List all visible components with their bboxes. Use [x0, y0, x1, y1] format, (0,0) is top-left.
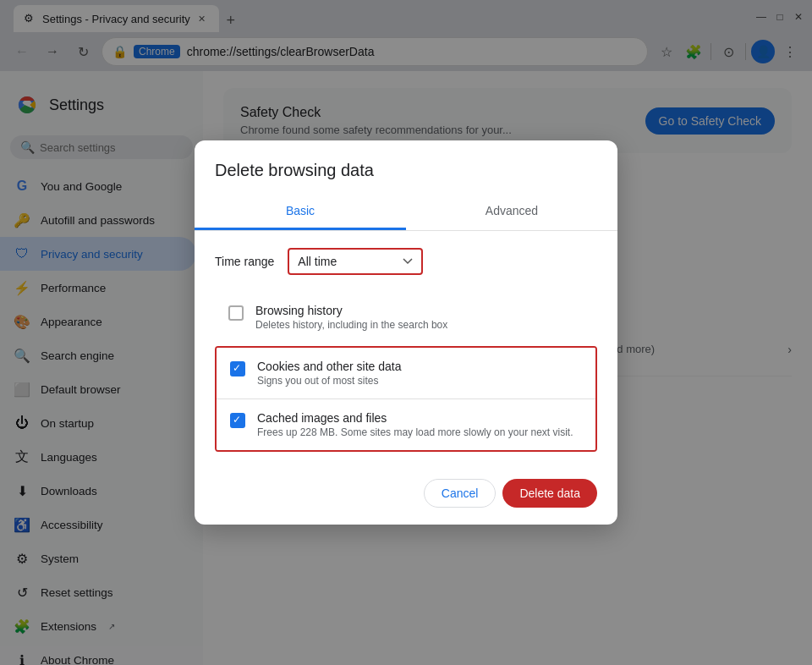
- cached-images-desc: Frees up 228 MB. Some sites may load mor…: [257, 426, 573, 438]
- cookies-desc: Signs you out of most sites: [257, 375, 401, 387]
- cookies-label: Cookies and other site data: [257, 360, 401, 373]
- dialog-tabs: Basic Advanced: [195, 194, 617, 231]
- cached-images-label: Cached images and files: [257, 411, 573, 425]
- time-range-row: Time range Last hour Last 24 hours Last …: [215, 248, 597, 275]
- cached-images-text: Cached images and files Frees up 228 MB.…: [257, 411, 573, 438]
- browser-frame: ⚙ Settings - Privacy and security ✕ + — …: [0, 0, 812, 665]
- tab-advanced[interactable]: Advanced: [406, 194, 617, 230]
- time-range-select[interactable]: Last hour Last 24 hours Last 7 days Last…: [288, 248, 423, 275]
- browsing-history-item: Browsing history Deletes history, includ…: [215, 292, 597, 343]
- cached-images-checkbox[interactable]: [230, 413, 245, 428]
- browsing-history-desc: Deletes history, including in the search…: [255, 319, 447, 331]
- delete-browsing-data-dialog: Delete browsing data Basic Advanced Time…: [195, 140, 617, 525]
- dialog-title: Delete browsing data: [195, 140, 617, 180]
- delete-data-button[interactable]: Delete data: [502, 479, 597, 508]
- browsing-history-label: Browsing history: [255, 304, 447, 317]
- time-range-label: Time range: [215, 255, 274, 268]
- checked-checkboxes-group: Cookies and other site data Signs you ou…: [215, 346, 597, 452]
- cancel-button[interactable]: Cancel: [424, 479, 497, 508]
- browsing-history-checkbox[interactable]: [228, 305, 244, 321]
- browsing-history-text: Browsing history Deletes history, includ…: [255, 304, 447, 331]
- cookies-checkbox[interactable]: [230, 361, 245, 376]
- cached-images-item: Cached images and files Frees up 228 MB.…: [217, 398, 595, 450]
- cookies-item: Cookies and other site data Signs you ou…: [217, 348, 595, 398]
- tab-basic[interactable]: Basic: [195, 194, 406, 230]
- cookies-text: Cookies and other site data Signs you ou…: [257, 360, 401, 387]
- modal-overlay: Delete browsing data Basic Advanced Time…: [0, 0, 812, 665]
- dialog-body: Time range Last hour Last 24 hours Last …: [195, 231, 617, 469]
- dialog-footer: Cancel Delete data: [195, 469, 617, 525]
